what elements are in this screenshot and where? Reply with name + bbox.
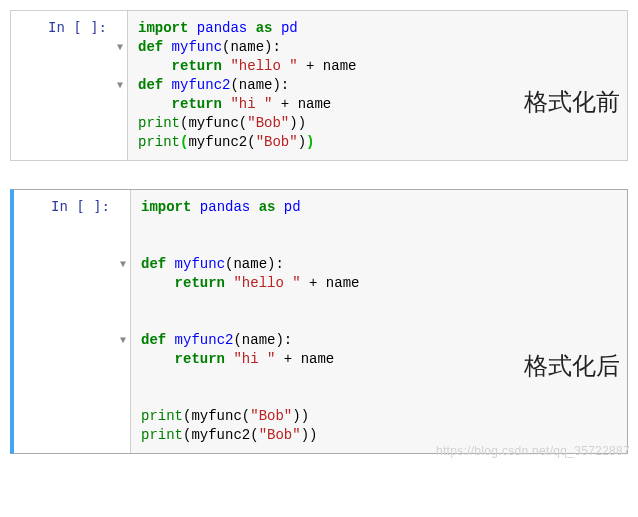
annotation-before: 格式化前 bbox=[524, 86, 620, 118]
code-cell-after: In [ ]: ▼ ▼ import pandas as pd def myfu… bbox=[10, 189, 628, 454]
annotation-after: 格式化后 bbox=[524, 350, 620, 382]
input-prompt: In [ ]: bbox=[14, 190, 116, 453]
fold-arrow-icon[interactable]: ▼ bbox=[116, 255, 130, 274]
fold-arrow-icon[interactable]: ▼ bbox=[113, 76, 127, 95]
fold-arrow-icon[interactable]: ▼ bbox=[113, 38, 127, 57]
input-prompt: In [ ]: bbox=[11, 11, 113, 160]
fold-gutter: ▼ ▼ bbox=[113, 11, 127, 160]
code-editor[interactable]: import pandas as pd def myfunc(name): re… bbox=[130, 190, 627, 453]
fold-gutter: ▼ ▼ bbox=[116, 190, 130, 453]
watermark-text: https://blog.csdn.net/qq_35722887 bbox=[436, 444, 630, 458]
fold-arrow-icon[interactable]: ▼ bbox=[116, 331, 130, 350]
kw-import: import bbox=[138, 20, 188, 36]
